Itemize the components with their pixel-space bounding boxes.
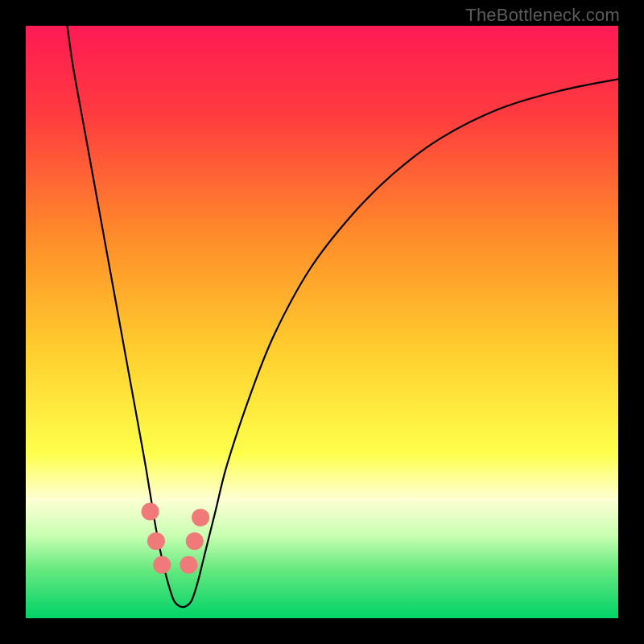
bottleneck-chart xyxy=(26,26,618,618)
curve-marker xyxy=(180,556,197,574)
plot-area xyxy=(26,26,618,618)
chart-frame: TheBottleneck.com xyxy=(0,0,644,644)
curve-marker xyxy=(153,556,171,574)
curve-marker xyxy=(186,532,204,550)
gradient-background xyxy=(26,26,618,618)
curve-marker xyxy=(192,509,209,526)
curve-marker xyxy=(147,532,165,550)
watermark-text: TheBottleneck.com xyxy=(465,5,620,26)
curve-marker xyxy=(142,503,159,521)
